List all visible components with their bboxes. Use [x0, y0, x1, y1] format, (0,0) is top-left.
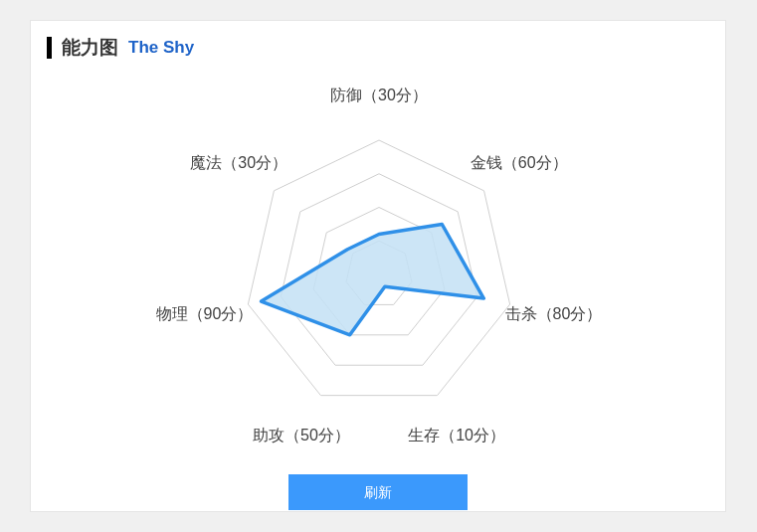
title-accent-bar — [47, 37, 52, 59]
card-subtitle: The Shy — [128, 38, 194, 58]
button-row: 刷新 — [31, 468, 725, 510]
refresh-button[interactable]: 刷新 — [288, 474, 468, 510]
card-header: 能力图 The Shy — [31, 21, 725, 71]
radar-chart: 防御（30分）金钱（60分）击杀（80分）生存（10分）助攻（50分）物理（90… — [31, 71, 725, 468]
svg-marker-4 — [262, 224, 484, 334]
card-title: 能力图 — [62, 35, 118, 61]
card: 能力图 The Shy 防御（30分）金钱（60分）击杀（80分）生存（10分）… — [30, 20, 726, 512]
